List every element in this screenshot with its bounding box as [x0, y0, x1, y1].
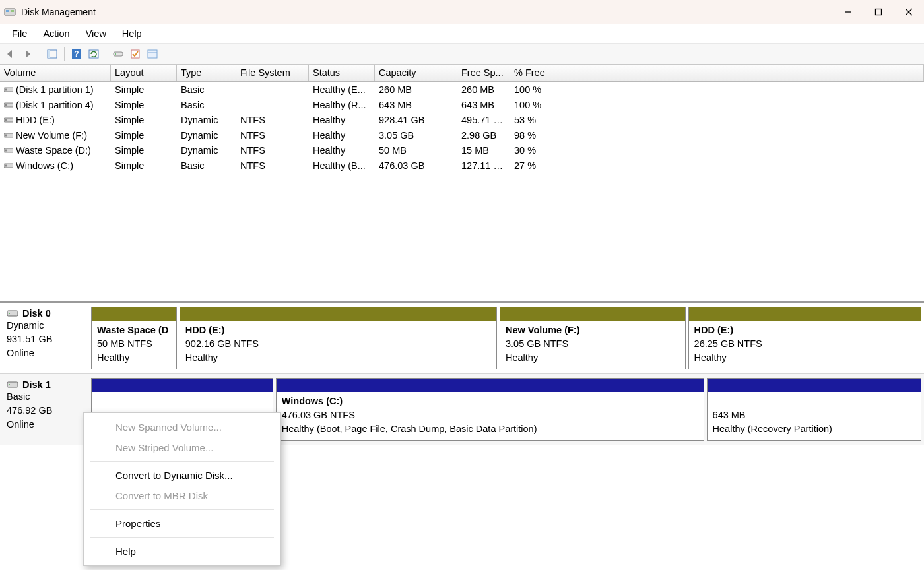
- disk-size: 476.92 GB: [7, 404, 88, 418]
- volume-layout: Simple: [111, 84, 177, 95]
- disk-name: Disk 1: [22, 379, 51, 390]
- menu-view[interactable]: View: [78, 26, 114, 42]
- ctx-properties[interactable]: Properties: [84, 513, 280, 534]
- partition-name: HDD (E:): [694, 323, 915, 337]
- partition[interactable]: HDD (E:)26.25 GB NTFSHealthy: [688, 307, 921, 369]
- help-button[interactable]: ?: [69, 46, 84, 62]
- maximize-button[interactable]: [863, 0, 894, 24]
- partition-color-bar: [708, 379, 921, 392]
- volume-list-header: Volume Layout Type File System Status Ca…: [0, 65, 924, 82]
- volume-row[interactable]: (Disk 1 partition 4)SimpleBasicHealthy (…: [0, 97, 924, 112]
- svg-point-32: [9, 384, 10, 385]
- volume-name: (Disk 1 partition 1): [16, 84, 94, 95]
- volume-status: Healthy (R...: [309, 100, 375, 110]
- volume-status: Healthy: [309, 130, 375, 141]
- partition-status: Healthy: [97, 351, 171, 365]
- partition-name: Windows (C:): [282, 395, 698, 408]
- minimize-button[interactable]: [833, 0, 863, 24]
- partition[interactable]: New Volume (F:)3.05 GB NTFSHealthy: [500, 307, 686, 369]
- disk-list-button[interactable]: [110, 46, 126, 62]
- volume-list-button[interactable]: [127, 46, 143, 62]
- ctx-help[interactable]: Help: [84, 541, 280, 561]
- col-capacity[interactable]: Capacity: [375, 65, 457, 81]
- partition-status: Healthy (Recovery Partition): [713, 422, 915, 436]
- partition-status: Healthy: [506, 351, 680, 365]
- volume-capacity: 643 MB: [375, 100, 457, 110]
- col-status[interactable]: Status: [309, 65, 375, 81]
- volume-row[interactable]: (Disk 1 partition 1)SimpleBasicHealthy (…: [0, 82, 924, 97]
- volume-layout: Simple: [111, 115, 177, 125]
- ctx-new-spanned: New Spanned Volume...: [84, 417, 280, 437]
- partition-color-bar: [180, 307, 496, 321]
- title-bar: Disk Management: [0, 0, 924, 24]
- ctx-new-striped: New Striped Volume...: [84, 437, 280, 458]
- menu-file[interactable]: File: [4, 26, 35, 42]
- volume-pctfree: 30 %: [510, 145, 589, 156]
- volume-row[interactable]: New Volume (F:)SimpleDynamicNTFSHealthy3…: [0, 127, 924, 142]
- partition-size: 476.03 GB NTFS: [282, 408, 698, 422]
- volume-fs: NTFS: [236, 160, 309, 171]
- partition[interactable]: 643 MBHealthy (Recovery Partition): [707, 378, 921, 441]
- volume-status: Healthy (B...: [309, 160, 375, 171]
- col-layout[interactable]: Layout: [111, 65, 177, 81]
- partition-name: New Volume (F:): [506, 323, 680, 337]
- disk-info[interactable]: Disk 1Basic476.92 GBOnline: [4, 378, 91, 441]
- close-button[interactable]: [894, 0, 924, 24]
- svg-rect-4: [876, 9, 882, 15]
- menu-action[interactable]: Action: [35, 26, 77, 42]
- volume-row[interactable]: Windows (C:)SimpleBasicNTFSHealthy (B...…: [0, 158, 924, 173]
- partition[interactable]: Windows (C:)476.03 GB NTFSHealthy (Boot,…: [276, 378, 704, 441]
- svg-rect-22: [5, 119, 7, 121]
- partition-size: 50 MB NTFS: [97, 337, 171, 351]
- svg-rect-24: [5, 134, 7, 136]
- settings-button[interactable]: [145, 46, 160, 62]
- svg-rect-8: [48, 50, 50, 58]
- partition-color-bar: [277, 379, 704, 392]
- partition-size: 902.16 GB NTFS: [185, 337, 491, 351]
- volume-pctfree: 98 %: [510, 130, 589, 141]
- volume-row[interactable]: Waste Space (D:)SimpleDynamicNTFSHealthy…: [0, 142, 924, 158]
- show-hide-console-tree-button[interactable]: [44, 46, 60, 62]
- volume-pctfree: 100 %: [510, 84, 589, 95]
- volume-free: 643 MB: [457, 100, 510, 110]
- partition-size: 26.25 GB NTFS: [694, 337, 915, 351]
- volume-free: 2.98 GB: [457, 130, 510, 141]
- volume-type: Dynamic: [177, 145, 236, 156]
- partition-color-bar: [500, 307, 685, 321]
- volume-layout: Simple: [111, 100, 177, 110]
- col-volume[interactable]: Volume: [0, 65, 111, 81]
- volume-free: 260 MB: [457, 84, 510, 95]
- volume-type: Basic: [177, 100, 236, 110]
- refresh-button[interactable]: [86, 46, 102, 62]
- volume-list[interactable]: (Disk 1 partition 1)SimpleBasicHealthy (…: [0, 82, 924, 301]
- disk-state: Online: [7, 346, 88, 360]
- disk-info[interactable]: Disk 0Dynamic931.51 GBOnline: [4, 307, 91, 369]
- volume-name: Waste Space (D:): [16, 145, 91, 156]
- volume-type: Basic: [177, 160, 236, 171]
- volume-layout: Simple: [111, 145, 177, 156]
- volume-name: HDD (E:): [16, 115, 55, 125]
- partition[interactable]: HDD (E:)902.16 GB NTFSHealthy: [180, 307, 497, 369]
- volume-layout: Simple: [111, 130, 177, 141]
- volume-pctfree: 27 %: [510, 160, 589, 171]
- volume-row[interactable]: HDD (E:)SimpleDynamicNTFSHealthy928.41 G…: [0, 112, 924, 127]
- disk-size: 931.51 GB: [7, 332, 88, 346]
- volume-name: (Disk 1 partition 4): [16, 100, 94, 110]
- col-pctfree[interactable]: % Free: [510, 65, 589, 81]
- col-free[interactable]: Free Sp...: [457, 65, 510, 81]
- volume-capacity: 50 MB: [375, 145, 457, 156]
- disk-type: Basic: [7, 390, 88, 404]
- partition-color-bar: [92, 307, 176, 321]
- app-icon: [4, 6, 16, 18]
- forward-button[interactable]: [20, 46, 36, 62]
- back-button[interactable]: [3, 46, 18, 62]
- svg-text:?: ?: [74, 49, 79, 59]
- volume-capacity: 260 MB: [375, 84, 457, 95]
- menu-help[interactable]: Help: [114, 26, 150, 42]
- col-filesystem[interactable]: File System: [236, 65, 309, 81]
- partition-color-bar: [92, 379, 273, 392]
- partition[interactable]: Waste Space (D50 MB NTFSHealthy: [91, 307, 177, 369]
- ctx-convert-dynamic[interactable]: Convert to Dynamic Disk...: [84, 465, 280, 486]
- volume-free: 495.71 GB: [457, 115, 510, 125]
- col-type[interactable]: Type: [177, 65, 236, 81]
